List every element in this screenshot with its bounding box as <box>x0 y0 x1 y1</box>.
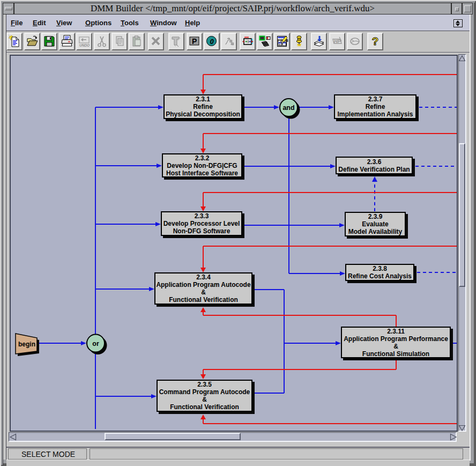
svg-text:or: or <box>92 340 99 347</box>
svg-text:and: and <box>282 104 294 112</box>
svg-text:begin: begin <box>18 341 35 348</box>
